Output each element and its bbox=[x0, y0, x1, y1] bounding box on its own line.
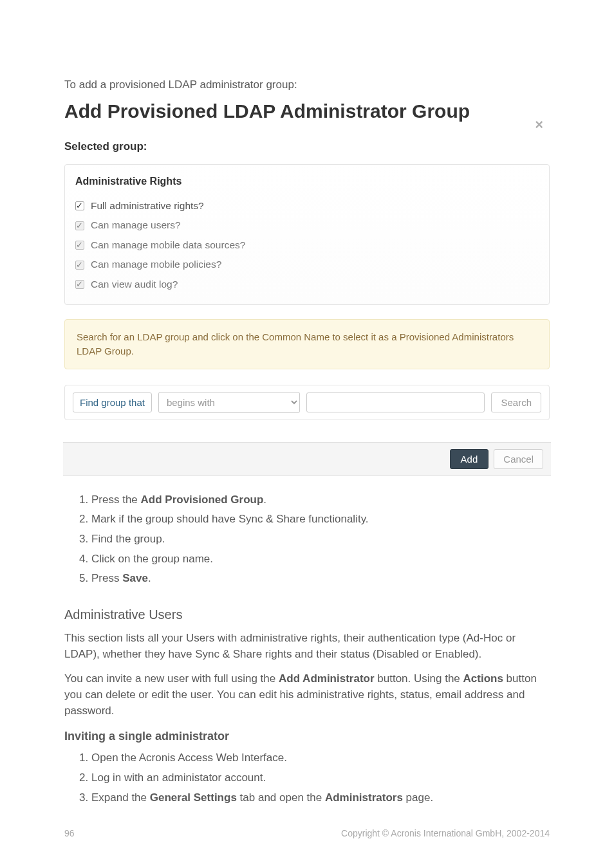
info-box: Search for an LDAP group and click on th… bbox=[64, 319, 550, 369]
admin-rights-panel: Administrative Rights Full administrativ… bbox=[64, 164, 550, 306]
admin-users-p1: This section lists all your Users with a… bbox=[64, 631, 550, 662]
right-label: Can view audit log? bbox=[91, 277, 178, 291]
list-item: Expand the General Settings tab and open… bbox=[91, 788, 550, 808]
checkbox-manage-mobile-policies bbox=[75, 261, 84, 270]
cancel-button[interactable]: Cancel bbox=[494, 449, 543, 469]
right-label: Can manage mobile data sources? bbox=[91, 238, 245, 252]
close-icon[interactable]: × bbox=[535, 115, 543, 135]
find-group-button[interactable]: Find group that bbox=[73, 392, 152, 412]
list-item: Find the group. bbox=[91, 530, 550, 549]
modal-body: Selected group: Administrative Rights Fu… bbox=[64, 139, 550, 476]
modal-title: Add Provisioned LDAP Administrator Group bbox=[64, 97, 550, 125]
search-panel: Find group that begins with Search bbox=[64, 385, 550, 420]
search-input[interactable] bbox=[306, 392, 485, 412]
admin-users-p2: You can invite a new user with full usin… bbox=[64, 671, 550, 719]
checkbox-view-audit-log bbox=[75, 280, 84, 289]
list-item: Press Save. bbox=[91, 569, 550, 589]
search-button[interactable]: Search bbox=[491, 392, 541, 412]
list-item: Log in with an administator account. bbox=[91, 768, 550, 788]
right-view-audit-log: Can view audit log? bbox=[75, 275, 539, 294]
add-button[interactable]: Add bbox=[450, 449, 489, 469]
steps-list-2: Open the Acronis Access Web Interface. L… bbox=[64, 748, 550, 808]
list-item: Click on the group name. bbox=[91, 549, 550, 569]
steps-list-1: Press the Add Provisioned Group. Mark if… bbox=[64, 490, 550, 589]
page-number: 96 bbox=[64, 827, 75, 840]
right-manage-mobile-policies: Can manage mobile policies? bbox=[75, 255, 539, 274]
criteria-select[interactable]: begins with bbox=[158, 392, 300, 413]
selected-group-label: Selected group: bbox=[64, 139, 550, 155]
inviting-heading: Inviting a single administrator bbox=[64, 728, 550, 744]
right-label: Full administrative rights? bbox=[91, 199, 204, 213]
right-manage-mobile-data: Can manage mobile data sources? bbox=[75, 235, 539, 255]
right-label: Can manage users? bbox=[91, 218, 181, 232]
list-item: Mark if the group should have Sync & Sha… bbox=[91, 510, 550, 530]
page-footer: 96 Copyright © Acronis International Gmb… bbox=[64, 827, 550, 840]
admin-rights-title: Administrative Rights bbox=[75, 174, 539, 189]
checkbox-manage-users bbox=[75, 221, 84, 230]
checkbox-full-admin[interactable] bbox=[75, 201, 84, 210]
list-item: Open the Acronis Access Web Interface. bbox=[91, 748, 550, 768]
checkbox-manage-mobile-data bbox=[75, 241, 84, 250]
copyright: Copyright © Acronis International GmbH, … bbox=[341, 827, 550, 840]
modal-footer: Add Cancel bbox=[63, 442, 551, 476]
right-manage-users: Can manage users? bbox=[75, 216, 539, 235]
list-item: Press the Add Provisioned Group. bbox=[91, 490, 550, 510]
admin-users-heading: Administrative Users bbox=[64, 605, 550, 624]
right-full-admin: Full administrative rights? bbox=[75, 196, 539, 216]
intro-text: To add a provisioned LDAP administrator … bbox=[64, 77, 550, 93]
right-label: Can manage mobile policies? bbox=[91, 257, 221, 272]
